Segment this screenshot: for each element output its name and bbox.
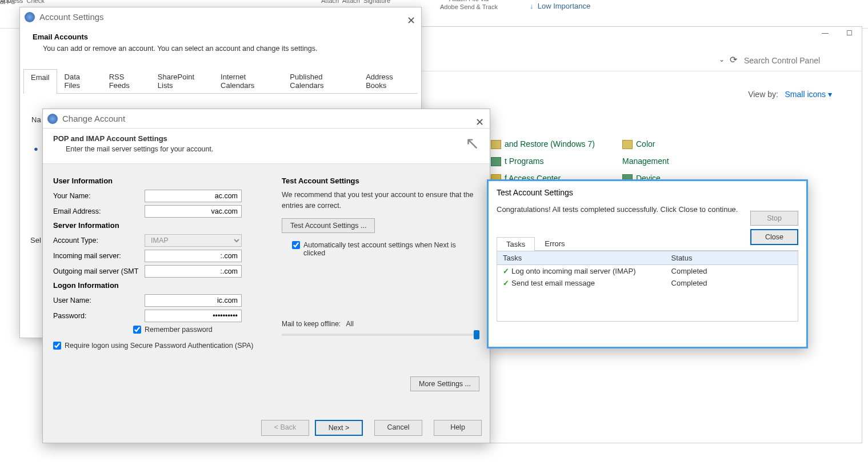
cancel-button[interactable]: Cancel — [374, 420, 422, 436]
subheading: You can add or remove an account. You ca… — [43, 45, 409, 53]
test-results-table: TasksStatus ✓Log onto incoming mail serv… — [497, 251, 798, 322]
section-server-info: Server Information — [53, 221, 265, 230]
test-title: Test Account Settings — [497, 188, 798, 197]
label-email: Email Address: — [53, 207, 145, 215]
heading: POP and IMAP Account Settings — [53, 134, 167, 143]
back-button[interactable]: < Back — [261, 420, 309, 436]
cp-link-color[interactable]: Color Management — [622, 135, 669, 170]
ribbon-low-importance[interactable]: ↓ Low Importance — [530, 2, 590, 10]
stop-button[interactable]: Stop — [750, 211, 798, 226]
label-mail-keep: Mail to keep offline: — [282, 320, 341, 328]
check-icon: ✓ — [503, 279, 509, 287]
tab-rss[interactable]: RSS Feeds — [102, 69, 150, 93]
default-check-icon: ● — [34, 145, 38, 153]
label-password: Password: — [53, 312, 145, 320]
col-tasks: Tasks — [497, 251, 666, 265]
cp-link-backup[interactable]: and Restore (Windows 7) — [491, 135, 595, 153]
search-input[interactable] — [744, 53, 858, 68]
wizard-footer: < Back Next > Cancel Help — [261, 420, 482, 436]
dialog-title: Account Settings — [39, 12, 104, 22]
left-column: User Information Your Name: Email Addres… — [53, 173, 265, 353]
check-icon: ✓ — [503, 267, 509, 275]
refresh-icon[interactable]: ⟳ — [730, 54, 737, 65]
value-mail-keep: All — [346, 320, 354, 328]
change-account-dialog: Change Account ✕ POP and IMAP Account Se… — [42, 109, 490, 443]
window-controls: — ☐ — [817, 29, 857, 42]
heading: Email Accounts — [33, 33, 88, 41]
tab-tasks[interactable]: Tasks — [497, 237, 535, 251]
more-settings-button[interactable]: More Settings ... — [410, 376, 479, 391]
dialog-title: Change Account — [62, 114, 125, 123]
change-header: POP and IMAP Account Settings Enter the … — [43, 129, 490, 164]
ribbon-attach[interactable]: Attach Attach Signature — [321, 0, 390, 4]
section-user-info: User Information — [53, 177, 265, 185]
mail-offline-slider: Mail to keep offline: All — [282, 320, 479, 336]
table-row: ✓Send test email messageCompleted — [497, 277, 798, 289]
dialog-header: Email Accounts You can add or remove an … — [20, 27, 421, 61]
label-spa: Require logon using Secure Password Auth… — [65, 342, 254, 350]
tab-data-files[interactable]: Data Files — [57, 69, 102, 93]
view-by: View by: Small icons ▾ — [748, 90, 832, 99]
label-remember: Remember password — [145, 326, 213, 334]
change-titlebar: Change Account ✕ — [43, 109, 490, 129]
settings-tabs: Email Data Files RSS Feeds SharePoint Li… — [23, 69, 418, 94]
test-description: We recommend that you test your account … — [282, 190, 479, 211]
cp-path-dropdown[interactable]: ⌄ — [719, 55, 725, 63]
app-icon — [25, 12, 35, 22]
next-button[interactable]: Next > — [315, 420, 363, 436]
input-user[interactable] — [145, 294, 242, 307]
app-icon — [47, 114, 58, 124]
cp-link-programs[interactable]: t Programs — [491, 153, 595, 170]
col-status: Status — [666, 251, 798, 265]
close-button[interactable]: Close — [750, 229, 798, 245]
cursor-icon: ↖ — [465, 133, 479, 153]
view-by-dropdown[interactable]: Small icons ▾ — [785, 90, 832, 99]
tab-address[interactable]: Address Books — [358, 69, 418, 93]
help-button[interactable]: Help — [434, 420, 482, 436]
right-column: Test Account Settings We recommend that … — [282, 173, 479, 353]
label-incoming: Incoming mail server: — [53, 252, 145, 260]
test-buttons: Stop Close — [750, 211, 798, 245]
minimize-button[interactable]: — — [817, 29, 833, 42]
section-test: Test Account Settings — [282, 177, 479, 185]
tab-internet-cal[interactable]: Internet Calendars — [213, 69, 282, 93]
tab-pub-cal[interactable]: Published Calendars — [282, 69, 358, 93]
ribbon-address-check[interactable]: Address Check — [0, 0, 45, 4]
table-row: ✓Log onto incoming mail server (IMAP)Com… — [497, 265, 798, 278]
input-incoming[interactable] — [145, 250, 242, 262]
checkbox-auto-test[interactable] — [292, 241, 300, 249]
label-outgoing: Outgoing mail server (SMT — [53, 267, 145, 275]
label-acct-type: Account Type: — [53, 236, 145, 244]
select-label: Sel — [30, 236, 41, 244]
input-your-name[interactable] — [145, 190, 242, 202]
checkbox-remember[interactable] — [133, 326, 141, 334]
tab-email[interactable]: Email — [23, 69, 57, 94]
dialog-titlebar: Account Settings ✕ — [20, 7, 421, 27]
label-auto-test: Automatically test account settings when… — [303, 241, 463, 257]
test-account-dialog: Test Account Settings Congratulations! A… — [487, 179, 808, 348]
slider-thumb[interactable] — [474, 330, 479, 339]
slider-track[interactable] — [282, 334, 479, 336]
section-logon-info: Logon Information — [53, 281, 265, 290]
test-account-button[interactable]: Test Account Settings ... — [282, 218, 375, 233]
select-account-type: IMAP — [145, 234, 242, 247]
maximize-button[interactable]: ☐ — [841, 29, 857, 42]
change-panel: User Information Your Name: Email Addres… — [43, 164, 490, 362]
close-icon[interactable]: ✕ — [407, 11, 415, 30]
input-email[interactable] — [145, 205, 242, 218]
checkbox-spa[interactable] — [53, 342, 61, 350]
subheading: Enter the mail server settings for your … — [66, 145, 479, 153]
tab-errors[interactable]: Errors — [535, 236, 574, 250]
input-outgoing[interactable] — [145, 265, 242, 278]
label-your-name: Your Name: — [53, 192, 145, 200]
input-password[interactable] — [145, 310, 242, 322]
label-user: User Name: — [53, 296, 145, 304]
tab-sharepoint[interactable]: SharePoint Lists — [150, 69, 213, 93]
ribbon-adobe[interactable]: Attach File viaAdobe Send & Track — [440, 0, 498, 11]
